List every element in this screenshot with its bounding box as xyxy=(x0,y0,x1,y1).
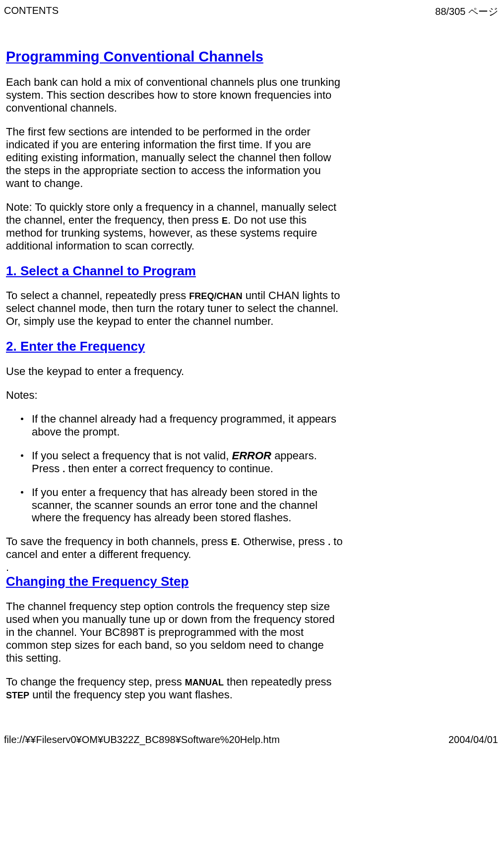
key-manual: MANUAL xyxy=(185,678,224,687)
error-label: ERROR xyxy=(232,449,271,462)
li2-text-a: If you select a frequency that is not va… xyxy=(32,449,232,462)
paragraph-step-instructions: To change the frequency step, press MANU… xyxy=(6,676,343,701)
save-text-b: . Otherwise, press xyxy=(237,535,328,548)
paragraph-select-channel: To select a channel, repeatedly press FR… xyxy=(6,289,343,328)
paragraph-intro-1: Each bank can hold a mix of conventional… xyxy=(6,76,343,115)
footer: file://¥¥Fileserv0¥OM¥UB322Z_BC898¥Softw… xyxy=(0,734,504,749)
key-e: E xyxy=(231,537,237,547)
li2-text-c: then enter a correct frequency to contin… xyxy=(65,462,273,475)
footer-path: file://¥¥Fileserv0¥OM¥UB322Z_BC898¥Softw… xyxy=(4,734,280,745)
heading-changing-frequency-step[interactable]: Changing the Frequency Step xyxy=(6,574,343,589)
list-item: If you select a frequency that is not va… xyxy=(32,449,343,475)
save-text-a: To save the frequency in both channels, … xyxy=(6,535,231,548)
stray-dot: . xyxy=(6,561,343,574)
select-text-a: To select a channel, repeatedly press xyxy=(6,289,189,302)
footer-date: 2004/04/01 xyxy=(448,734,498,745)
header-right: 88/305 ページ xyxy=(435,5,498,18)
paragraph-use-keypad: Use the keypad to enter a frequency. xyxy=(6,365,343,378)
key-freq-chan: FREQ/CHAN xyxy=(189,291,242,301)
notes-label: Notes: xyxy=(6,389,343,402)
header: CONTENTS 88/305 ページ xyxy=(4,5,498,18)
heading-select-channel[interactable]: 1. Select a Channel to Program xyxy=(6,263,343,279)
header-left: CONTENTS xyxy=(4,5,59,18)
list-item: If you enter a frequency that has alread… xyxy=(32,486,343,525)
document-content: Programming Conventional Channels Each b… xyxy=(4,48,343,701)
list-item: If the channel already had a frequency p… xyxy=(32,413,343,438)
heading-programming-conventional-channels[interactable]: Programming Conventional Channels xyxy=(6,48,343,65)
heading-enter-frequency[interactable]: 2. Enter the Frequency xyxy=(6,339,343,354)
step-text-b: then repeatedly press xyxy=(224,676,332,688)
paragraph-step-description: The channel frequency step option contro… xyxy=(6,600,343,665)
key-step: STEP xyxy=(6,690,29,700)
step-text-c: until the frequency step you want flashe… xyxy=(29,688,233,701)
paragraph-intro-2: The first few sections are intended to b… xyxy=(6,125,343,190)
paragraph-save-frequency: To save the frequency in both channels, … xyxy=(6,535,343,561)
key-e: E xyxy=(222,216,228,226)
step-text-a: To change the frequency step, press xyxy=(6,676,185,688)
notes-list: If the channel already had a frequency p… xyxy=(6,413,343,525)
paragraph-note: Note: To quickly store only a frequency … xyxy=(6,201,343,252)
